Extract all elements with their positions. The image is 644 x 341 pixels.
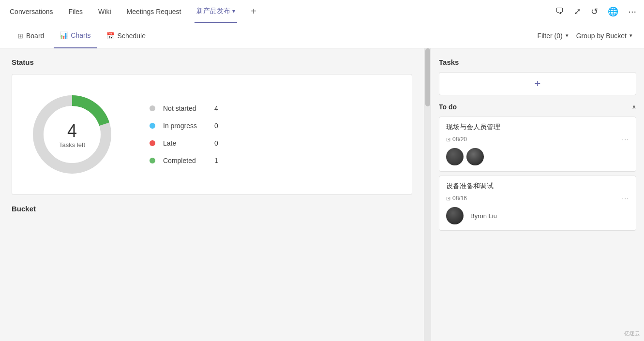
- donut-chart: 4 Tasks left: [24, 86, 120, 183]
- nav-conversations[interactable]: Conversations: [8, 0, 55, 23]
- tasks-left-label: Tasks left: [59, 141, 85, 148]
- donut-center: 4 Tasks left: [59, 121, 85, 148]
- nav-meetings[interactable]: Meetings Request: [125, 0, 183, 23]
- donut-container: 4 Tasks left Not started 4 I: [24, 86, 400, 183]
- status-section: Status: [12, 58, 412, 195]
- status-chart-card: 4 Tasks left Not started 4 I: [12, 74, 412, 195]
- completed-dot: [150, 158, 155, 163]
- toolbar: ⊞ Board 📊 Charts 📅 Schedule Filter (0) ▾…: [0, 23, 644, 48]
- late-dot: [150, 140, 155, 146]
- chevron-down-icon: ▾: [232, 8, 235, 15]
- tab-schedule-label: Schedule: [118, 32, 146, 40]
- calendar-icon: ⊡: [446, 136, 450, 143]
- toolbar-right: Filter (0) ▾ Group by Bucket ▾: [538, 32, 632, 40]
- tab-board[interactable]: ⊞ Board: [12, 23, 50, 48]
- refresh-icon[interactable]: ↺: [591, 6, 598, 17]
- board-icon: ⊞: [17, 32, 23, 40]
- plus-icon: +: [535, 77, 541, 90]
- task-date-2: ⊡ 08/16: [446, 195, 467, 202]
- todo-header: To do ∧: [439, 103, 636, 111]
- task-card-2[interactable]: 设备准备和调试 ⊡ 08/16 ··· Byron Liu: [439, 176, 636, 231]
- panel-scrollbar[interactable]: [424, 48, 431, 341]
- not-started-label: Not started: [163, 104, 207, 112]
- not-started-dot: [150, 105, 155, 111]
- task-card-1[interactable]: 现场与会人员管理 ⊡ 08/20 ···: [439, 117, 636, 172]
- nav-wiki[interactable]: Wiki: [96, 0, 113, 23]
- tasks-left-count: 4: [59, 121, 85, 141]
- schedule-icon: 📅: [106, 32, 115, 40]
- group-label: Group by Bucket: [576, 32, 627, 40]
- task-date-1: ⊡ 08/20: [446, 136, 467, 143]
- legend-not-started: Not started 4: [150, 104, 218, 112]
- right-panel: Tasks + To do ∧ 现场与会人员管理 ⊡ 08/20 ···: [431, 48, 644, 341]
- bucket-section: Bucket: [12, 205, 412, 213]
- calendar-icon-2: ⊡: [446, 195, 450, 202]
- add-task-button[interactable]: +: [439, 72, 636, 95]
- avatar-3: [446, 207, 464, 224]
- left-panel: Status: [0, 48, 424, 341]
- group-by-button[interactable]: Group by Bucket ▾: [576, 32, 632, 40]
- task-avatars-2: Byron Liu: [446, 207, 629, 224]
- todo-collapse-icon[interactable]: ∧: [632, 104, 636, 110]
- chart-legend: Not started 4 In progress 0 Late 0: [150, 104, 218, 164]
- task-more-button-2[interactable]: ···: [622, 194, 629, 202]
- main-content: Status: [0, 48, 644, 341]
- completed-label: Completed: [163, 157, 207, 164]
- nav-xincp-label: 新产品发布: [196, 7, 230, 15]
- todo-label: To do: [439, 103, 457, 111]
- nav-add-button[interactable]: +: [251, 6, 256, 17]
- scrollbar-thumb[interactable]: [425, 48, 430, 106]
- in-progress-label: In progress: [163, 122, 207, 130]
- in-progress-count: 0: [214, 122, 218, 130]
- globe-icon[interactable]: 🌐: [608, 6, 618, 17]
- expand-icon[interactable]: ⤢: [574, 6, 581, 17]
- late-label: Late: [163, 139, 207, 147]
- task-meta-2: ⊡ 08/16 ···: [446, 194, 629, 202]
- bucket-title: Bucket: [12, 205, 412, 213]
- filter-button[interactable]: Filter (0) ▾: [538, 32, 569, 40]
- watermark: 亿迷云: [624, 330, 640, 337]
- tab-schedule[interactable]: 📅 Schedule: [101, 23, 151, 48]
- task-title-2: 设备准备和调试: [446, 182, 629, 191]
- completed-count: 1: [214, 157, 218, 164]
- nav-icons: 🗨 ⤢ ↺ 🌐 ···: [555, 6, 636, 17]
- task-meta-1: ⊡ 08/20 ···: [446, 135, 629, 143]
- tab-board-label: Board: [26, 32, 44, 40]
- filter-label: Filter (0): [538, 32, 563, 40]
- in-progress-dot: [150, 123, 155, 129]
- tab-charts-label: Charts: [71, 31, 90, 39]
- filter-chevron-icon: ▾: [566, 32, 569, 39]
- tab-charts[interactable]: 📊 Charts: [54, 23, 96, 48]
- not-started-count: 4: [214, 104, 218, 112]
- task-avatars-1: [446, 148, 629, 165]
- task-date-value-1: 08/20: [452, 136, 467, 143]
- top-nav: Conversations Files Wiki Meetings Reques…: [0, 0, 644, 23]
- avatar-2: [466, 148, 484, 165]
- assignee-name: Byron Liu: [470, 207, 497, 224]
- nav-xincp[interactable]: 新产品发布 ▾: [195, 0, 237, 23]
- avatar-1: [446, 148, 464, 165]
- task-more-button-1[interactable]: ···: [622, 135, 629, 143]
- charts-icon: 📊: [60, 31, 68, 39]
- task-date-value-2: 08/16: [452, 195, 467, 202]
- late-count: 0: [214, 139, 218, 147]
- status-title: Status: [12, 58, 412, 66]
- legend-in-progress: In progress 0: [150, 122, 218, 130]
- tasks-title: Tasks: [439, 58, 636, 66]
- more-icon[interactable]: ···: [628, 6, 636, 17]
- legend-late: Late 0: [150, 139, 218, 147]
- nav-files[interactable]: Files: [67, 0, 85, 23]
- task-title-1: 现场与会人员管理: [446, 123, 629, 132]
- legend-completed: Completed 1: [150, 157, 218, 164]
- group-chevron-icon: ▾: [629, 32, 632, 39]
- chat-icon[interactable]: 🗨: [555, 6, 564, 16]
